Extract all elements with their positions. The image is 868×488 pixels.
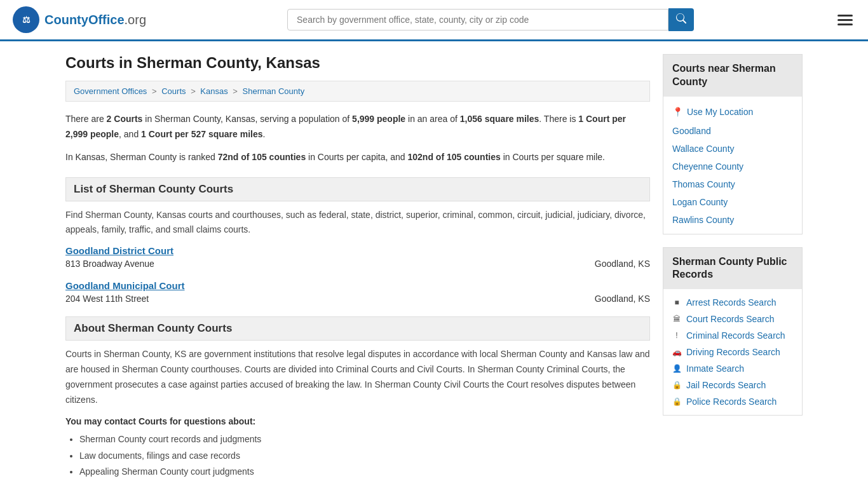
court-name-2[interactable]: Goodland Municipal Court bbox=[65, 280, 650, 291]
list-section-header: List of Sherman County Courts bbox=[65, 177, 650, 201]
court-city-1: Goodland, KS bbox=[595, 259, 650, 269]
public-records-list: ■ Arrest Records Search 🏛 Court Records … bbox=[663, 289, 802, 415]
nearby-list: 📍 Use My Location Goodland Wallace Count… bbox=[663, 97, 802, 234]
nearby-link-logan[interactable]: Logan County bbox=[663, 193, 802, 211]
sidebar: Courts near Sherman County 📍 Use My Loca… bbox=[663, 54, 803, 480]
record-driving[interactable]: 🚗 Driving Records Search bbox=[663, 344, 802, 360]
nearby-link-wallace[interactable]: Wallace County bbox=[663, 140, 802, 158]
intro-paragraph-2: In Kansas, Sherman County is ranked 72nd… bbox=[65, 150, 650, 165]
record-inmate[interactable]: 👤 Inmate Search bbox=[663, 360, 802, 377]
court-city-2: Goodland, KS bbox=[595, 294, 650, 304]
arrest-icon: ■ bbox=[672, 298, 681, 307]
jail-icon: 🔒 bbox=[672, 381, 681, 390]
court-icon: 🏛 bbox=[672, 315, 681, 323]
search-bar bbox=[287, 8, 694, 31]
court-address-1: 813 Broadway Avenue bbox=[65, 259, 154, 269]
police-icon: 🔒 bbox=[672, 397, 681, 406]
contact-item-1: Sherman County court records and judgmen… bbox=[79, 431, 650, 447]
driving-icon: 🚗 bbox=[672, 348, 681, 356]
logo-text: CountyOffice.org bbox=[44, 13, 146, 27]
breadcrumb-link-courts[interactable]: Courts bbox=[161, 86, 186, 96]
breadcrumb-link-kansas[interactable]: Kansas bbox=[200, 86, 227, 96]
breadcrumb: Government Offices > Courts > Kansas > S… bbox=[65, 81, 650, 102]
content-area: Courts in Sherman County, Kansas Governm… bbox=[65, 54, 650, 480]
record-court[interactable]: 🏛 Court Records Search bbox=[663, 311, 802, 327]
contact-item-2: Law documents, filings and case records bbox=[79, 448, 650, 464]
nearby-link-cheyenne[interactable]: Cheyenne County bbox=[663, 158, 802, 175]
site-header: ⚖ CountyOffice.org bbox=[0, 0, 868, 41]
about-section-header: About Sherman County Courts bbox=[65, 316, 650, 341]
courts-nearby-box: Courts near Sherman County 📍 Use My Loca… bbox=[663, 54, 803, 234]
nearby-link-goodland[interactable]: Goodland bbox=[663, 122, 802, 140]
logo: ⚖ CountyOffice.org bbox=[13, 6, 146, 33]
logo-icon: ⚖ bbox=[13, 6, 39, 33]
court-address-2: 204 West 11th Street bbox=[65, 294, 149, 304]
breadcrumb-link-sherman[interactable]: Sherman County bbox=[243, 86, 305, 96]
about-paragraph: Courts in Sherman County, KS are governm… bbox=[65, 347, 650, 407]
search-button[interactable] bbox=[668, 8, 694, 31]
page-title: Courts in Sherman County, Kansas bbox=[65, 54, 650, 72]
contact-heading: You may contact Courts for questions abo… bbox=[65, 416, 650, 426]
svg-text:⚖: ⚖ bbox=[22, 15, 31, 25]
use-location-item[interactable]: 📍 Use My Location bbox=[663, 102, 802, 122]
list-section-desc: Find Sherman County, Kansas courts and c… bbox=[65, 208, 650, 236]
criminal-icon: ! bbox=[672, 331, 681, 340]
contact-item-3: Appealing Sherman County court judgments bbox=[79, 464, 650, 480]
record-jail[interactable]: 🔒 Jail Records Search bbox=[663, 377, 802, 393]
contact-list: Sherman County court records and judgmen… bbox=[65, 431, 650, 480]
main-container: Courts in Sherman County, Kansas Governm… bbox=[53, 41, 815, 488]
intro-paragraph-1: There are 2 Courts in Sherman County, Ka… bbox=[65, 112, 650, 142]
pin-icon: 📍 bbox=[672, 107, 683, 117]
courts-nearby-header: Courts near Sherman County bbox=[663, 55, 802, 97]
use-location-link[interactable]: Use My Location bbox=[687, 107, 753, 117]
nearby-link-thomas[interactable]: Thomas County bbox=[663, 175, 802, 193]
nearby-link-rawlins[interactable]: Rawlins County bbox=[663, 211, 802, 229]
public-records-header: Sherman County Public Records bbox=[663, 248, 802, 290]
record-arrest[interactable]: ■ Arrest Records Search bbox=[663, 294, 802, 311]
court-entry-2: Goodland Municipal Court 204 West 11th S… bbox=[65, 280, 650, 304]
court-name-1[interactable]: Goodland District Court bbox=[65, 245, 650, 256]
breadcrumb-link-government[interactable]: Government Offices bbox=[74, 86, 147, 96]
hamburger-menu-button[interactable] bbox=[835, 12, 855, 28]
inmate-icon: 👤 bbox=[672, 364, 681, 373]
search-input[interactable] bbox=[287, 9, 668, 30]
record-criminal[interactable]: ! Criminal Records Search bbox=[663, 327, 802, 344]
record-police[interactable]: 🔒 Police Records Search bbox=[663, 393, 802, 410]
court-entry-1: Goodland District Court 813 Broadway Ave… bbox=[65, 245, 650, 269]
public-records-box: Sherman County Public Records ■ Arrest R… bbox=[663, 247, 803, 416]
